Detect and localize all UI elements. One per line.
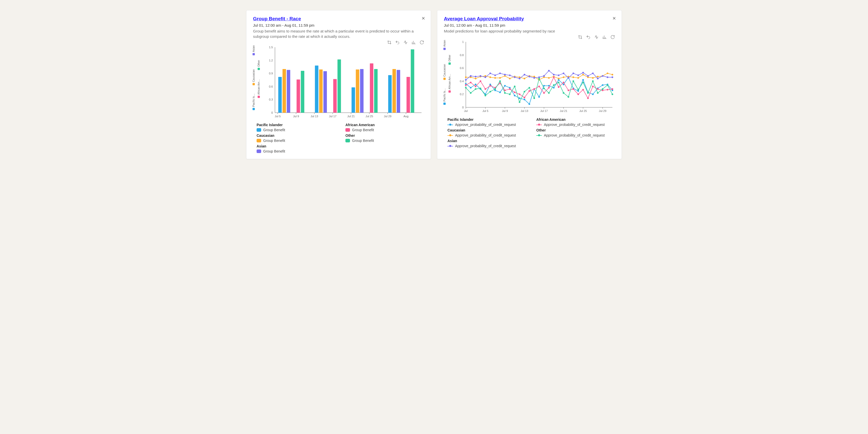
svg-point-177	[543, 92, 545, 94]
legend-item[interactable]: Approve_probability_of_credit_request	[536, 133, 615, 137]
legend-item[interactable]: Group Benefit	[345, 128, 424, 132]
svg-point-195	[480, 88, 481, 89]
legend-group: OtherApprove_probability_of_credit_reque…	[536, 128, 615, 137]
svg-point-133	[480, 75, 481, 76]
legend-group: CaucasianApprove_probability_of_credit_r…	[447, 128, 526, 137]
close-icon[interactable]	[612, 16, 617, 22]
svg-point-161	[465, 84, 466, 86]
legend-swatch	[257, 128, 261, 132]
svg-point-118	[558, 78, 559, 79]
card-title-link[interactable]: Average Loan Approval Probability	[444, 16, 524, 22]
bottom-legend: Pacific IslanderGroup BenefitAfrican Ame…	[253, 123, 424, 153]
svg-rect-26	[287, 70, 290, 113]
svg-point-154	[582, 72, 584, 73]
svg-point-196	[485, 95, 486, 96]
svg-text:Jul: Jul	[464, 110, 467, 113]
svg-point-207	[538, 78, 540, 79]
undo-icon[interactable]	[395, 40, 400, 45]
svg-rect-38	[374, 69, 378, 113]
close-icon[interactable]	[421, 16, 426, 22]
svg-point-205	[528, 87, 530, 88]
legend-item[interactable]: Group Benefit	[257, 138, 335, 143]
legend-metric-label: Group Benefit	[263, 138, 285, 143]
legend-item[interactable]: Approve_probability_of_credit_request	[447, 144, 526, 148]
svg-point-214	[572, 81, 574, 82]
svg-point-193	[470, 92, 471, 94]
legend-item[interactable]: Approve_probability_of_credit_request	[447, 123, 526, 127]
svg-text:0.8: 0.8	[460, 54, 464, 57]
svg-point-187	[592, 86, 594, 87]
bar-chart-icon[interactable]	[602, 35, 607, 39]
svg-point-166	[489, 85, 491, 87]
side-legend-item: Asian	[252, 45, 255, 55]
line-chart: 00.20.40.60.81JulJul 5Jul 9Jul 13Jul 17J…	[456, 40, 615, 114]
svg-point-184	[578, 93, 579, 95]
legend-item[interactable]: Group Benefit	[257, 128, 335, 132]
dashboard: Group Benefit - Race Jul 01, 12:00 am - …	[246, 10, 622, 159]
svg-text:Jul 21: Jul 21	[347, 115, 355, 118]
svg-point-219	[597, 92, 598, 94]
chart-toolbar	[444, 35, 615, 39]
legend-group: African AmericanGroup Benefit	[345, 123, 424, 132]
svg-point-143	[528, 76, 530, 78]
side-legend-item: Asian	[443, 40, 446, 50]
svg-point-203	[519, 101, 520, 103]
svg-rect-27	[297, 80, 300, 113]
svg-text:Jul 13: Jul 13	[311, 115, 318, 118]
svg-point-163	[475, 86, 476, 87]
svg-point-101	[475, 78, 476, 79]
svg-point-84	[543, 85, 545, 87]
crop-icon[interactable]	[578, 35, 583, 39]
svg-rect-29	[315, 65, 318, 113]
svg-point-220	[602, 88, 603, 90]
svg-point-83	[538, 96, 540, 98]
svg-point-126	[597, 76, 598, 78]
svg-point-158	[602, 75, 603, 76]
svg-point-191	[612, 88, 613, 90]
svg-point-188	[597, 88, 598, 90]
svg-point-147	[548, 70, 550, 71]
legend-group: OtherGroup Benefit	[345, 133, 424, 143]
crop-icon[interactable]	[387, 40, 392, 45]
legend-group: African AmericanApprove_probability_of_c…	[536, 118, 615, 127]
svg-point-137	[499, 72, 501, 74]
svg-point-129	[612, 74, 613, 75]
svg-text:Jul 29: Jul 29	[384, 115, 392, 118]
bar-chart-icon[interactable]	[411, 40, 416, 45]
svg-point-119	[563, 76, 564, 78]
undo-icon[interactable]	[586, 35, 591, 39]
legend-item[interactable]: Group Benefit	[345, 138, 424, 143]
refresh-icon[interactable]	[420, 40, 424, 45]
svg-point-125	[592, 77, 594, 79]
svg-point-178	[548, 87, 550, 88]
card-title-link[interactable]: Group Benefit - Race	[253, 16, 301, 22]
svg-point-194	[475, 88, 476, 90]
svg-point-105	[494, 77, 496, 79]
svg-point-80	[524, 99, 525, 100]
legend-group-title: Pacific Islander	[257, 123, 335, 127]
legend-metric-label: Group Benefit	[263, 149, 285, 153]
svg-point-198	[494, 88, 496, 90]
svg-rect-30	[319, 69, 322, 113]
svg-text:Jul 25: Jul 25	[366, 115, 373, 118]
svg-text:Jul 29: Jul 29	[599, 110, 607, 113]
legend-item[interactable]: Group Benefit	[257, 149, 335, 153]
svg-point-142	[524, 74, 525, 75]
legend-item[interactable]: Approve_probability_of_credit_request	[447, 133, 526, 137]
activity-icon[interactable]	[403, 40, 408, 45]
activity-icon[interactable]	[594, 35, 599, 39]
legend-item[interactable]: Approve_probability_of_credit_request	[536, 123, 615, 127]
svg-rect-24	[278, 77, 282, 113]
legend-group: AsianApprove_probability_of_credit_reque…	[447, 139, 526, 148]
svg-point-216	[582, 82, 584, 83]
refresh-icon[interactable]	[610, 35, 615, 39]
svg-point-92	[582, 79, 584, 81]
svg-text:Jul 5: Jul 5	[275, 115, 280, 118]
side-legend-item: Caucasian	[443, 64, 446, 80]
svg-point-185	[582, 89, 584, 90]
side-legend: Pacific Is…African Am…CaucasianOtherAsia…	[444, 40, 456, 114]
legend-group-title: Other	[345, 133, 424, 137]
legend-metric-label: Approve_probability_of_credit_request	[455, 123, 516, 127]
svg-point-134	[485, 76, 486, 78]
svg-point-160	[612, 76, 613, 78]
